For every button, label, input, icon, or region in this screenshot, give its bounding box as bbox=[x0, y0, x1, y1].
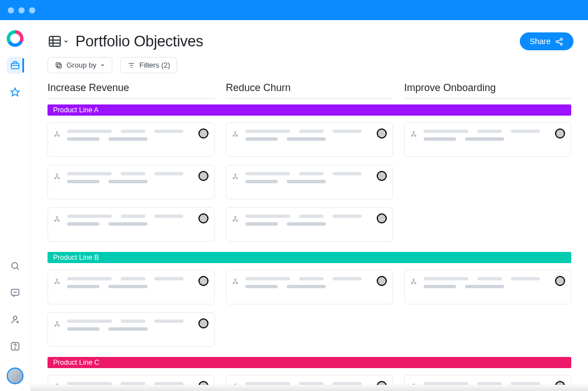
card-placeholder-text bbox=[245, 214, 369, 226]
assignee-avatar[interactable] bbox=[555, 276, 565, 286]
group-by-button[interactable]: Group by bbox=[48, 57, 112, 73]
objective-card[interactable] bbox=[48, 312, 215, 347]
objective-card[interactable] bbox=[404, 122, 571, 157]
objective-card[interactable] bbox=[404, 270, 571, 304]
search-button[interactable] bbox=[7, 258, 23, 274]
svg-point-4 bbox=[13, 316, 17, 320]
objective-card[interactable] bbox=[48, 270, 215, 304]
column-cell bbox=[48, 375, 215, 385]
assignee-avatar[interactable] bbox=[377, 381, 387, 385]
svg-point-13 bbox=[56, 131, 58, 133]
objective-card[interactable] bbox=[48, 165, 215, 199]
window-zoom-dot[interactable] bbox=[29, 7, 35, 13]
assignee-avatar[interactable] bbox=[198, 128, 208, 139]
objective-card[interactable] bbox=[226, 270, 393, 304]
window-minimize-dot[interactable] bbox=[18, 7, 25, 13]
group-header[interactable]: Product Line C bbox=[48, 357, 571, 368]
sidebar bbox=[0, 20, 31, 391]
share-button[interactable]: Share bbox=[520, 32, 573, 50]
hierarchy-icon bbox=[54, 382, 60, 385]
card-placeholder-text bbox=[245, 172, 369, 183]
assignee-avatar[interactable] bbox=[377, 171, 387, 181]
comments-button[interactable] bbox=[7, 285, 23, 301]
hierarchy-icon bbox=[54, 130, 60, 140]
svg-point-49 bbox=[235, 384, 236, 385]
card-placeholder-text bbox=[67, 277, 191, 288]
group-header[interactable]: Product Line A bbox=[48, 104, 571, 116]
current-user-avatar[interactable] bbox=[7, 368, 23, 384]
svg-point-52 bbox=[413, 384, 415, 385]
hierarchy-icon bbox=[232, 130, 239, 140]
filters-button[interactable]: Filters (2) bbox=[120, 57, 177, 73]
assignee-avatar[interactable] bbox=[198, 213, 208, 223]
hierarchy-icon bbox=[410, 277, 417, 287]
assignee-avatar[interactable] bbox=[377, 276, 387, 286]
window-close-dot[interactable] bbox=[8, 7, 14, 13]
hierarchy-icon bbox=[232, 214, 239, 225]
app-logo[interactable] bbox=[7, 30, 23, 47]
svg-point-9 bbox=[556, 40, 558, 42]
chat-icon bbox=[10, 288, 20, 298]
group-row bbox=[48, 375, 571, 385]
group-row bbox=[48, 122, 571, 242]
group-by-label: Group by bbox=[67, 61, 96, 69]
card-placeholder-text bbox=[245, 277, 369, 288]
objective-card[interactable] bbox=[226, 207, 393, 242]
svg-point-34 bbox=[56, 279, 58, 280]
hierarchy-icon bbox=[54, 277, 60, 287]
svg-point-25 bbox=[235, 174, 236, 175]
board-scroll[interactable]: Increase Revenue Reduce Churn Improve On… bbox=[48, 82, 573, 385]
star-icon bbox=[10, 87, 20, 97]
add-user-button[interactable] bbox=[7, 312, 23, 327]
svg-rect-12 bbox=[58, 64, 61, 68]
hierarchy-icon bbox=[54, 214, 60, 225]
assignee-avatar[interactable] bbox=[198, 171, 208, 181]
nav-favorites[interactable] bbox=[7, 84, 23, 101]
objective-card[interactable] bbox=[48, 207, 215, 242]
group-row bbox=[48, 270, 571, 347]
objective-card[interactable] bbox=[48, 375, 215, 385]
svg-point-46 bbox=[56, 384, 58, 385]
objective-card[interactable] bbox=[226, 165, 393, 199]
svg-point-19 bbox=[56, 216, 58, 218]
svg-point-22 bbox=[235, 131, 236, 133]
briefcase-icon bbox=[10, 60, 20, 70]
svg-rect-11 bbox=[56, 63, 60, 66]
svg-point-31 bbox=[413, 131, 415, 133]
layers-icon bbox=[55, 61, 63, 69]
assignee-avatar[interactable] bbox=[198, 381, 208, 385]
assignee-avatar[interactable] bbox=[377, 128, 387, 139]
nav-portfolio[interactable] bbox=[7, 57, 23, 74]
objective-card[interactable] bbox=[226, 122, 393, 157]
help-button[interactable] bbox=[7, 338, 23, 354]
window-titlebar bbox=[0, 0, 588, 20]
group-header[interactable]: Product Line B bbox=[48, 252, 571, 263]
assignee-avatar[interactable] bbox=[555, 128, 565, 139]
column-cell bbox=[226, 270, 393, 347]
svg-rect-7 bbox=[49, 36, 60, 46]
hierarchy-icon bbox=[232, 382, 239, 385]
objective-card[interactable] bbox=[48, 122, 215, 157]
share-button-label: Share bbox=[530, 37, 551, 46]
chevron-down-icon bbox=[63, 39, 69, 44]
card-placeholder-text bbox=[67, 320, 191, 331]
svg-point-16 bbox=[56, 174, 58, 175]
card-placeholder-text bbox=[245, 130, 369, 141]
svg-point-43 bbox=[413, 279, 415, 280]
view-switcher[interactable] bbox=[48, 34, 69, 49]
objective-card[interactable] bbox=[404, 375, 571, 385]
svg-point-40 bbox=[235, 279, 236, 280]
hierarchy-icon bbox=[54, 172, 60, 182]
assignee-avatar[interactable] bbox=[377, 213, 387, 223]
card-placeholder-text bbox=[424, 382, 547, 385]
assignee-avatar[interactable] bbox=[198, 276, 208, 286]
objective-card[interactable] bbox=[226, 375, 393, 385]
hierarchy-icon bbox=[410, 130, 417, 140]
svg-rect-0 bbox=[11, 63, 19, 69]
assignee-avatar[interactable] bbox=[555, 381, 565, 385]
column-cell bbox=[404, 270, 571, 347]
column-cell bbox=[226, 122, 393, 242]
filter-icon bbox=[127, 61, 135, 69]
assignee-avatar[interactable] bbox=[198, 318, 208, 328]
card-placeholder-text bbox=[245, 382, 369, 385]
